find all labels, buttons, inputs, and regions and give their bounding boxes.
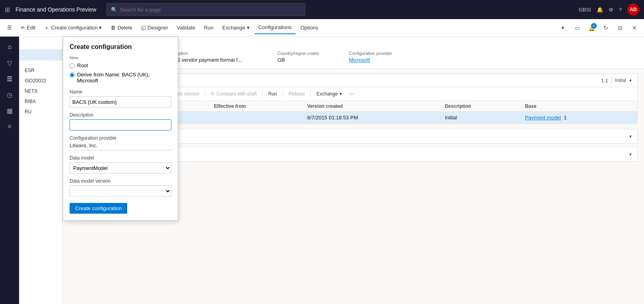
iso-chevron-icon: ▾	[629, 134, 632, 139]
sidebar-toggle-btn[interactable]: ▭	[571, 21, 584, 34]
base-link[interactable]: Payment model	[525, 115, 561, 121]
main-layout: ⌂ ▽ ☰ ◷ ▦ ≡ ESR ISO20022 NETS RIBA RU Cr…	[0, 37, 644, 304]
hamburger-button[interactable]: ☰	[3, 21, 16, 34]
description-group: Description	[70, 112, 171, 131]
run-button[interactable]: Run	[200, 21, 217, 34]
versions-status: Initial	[615, 78, 626, 83]
delete-button[interactable]: 🗑 Delete	[107, 21, 136, 34]
search-bar[interactable]: 🔍	[107, 3, 305, 16]
radio-group: Root Derive from Name: BACS (UK), Micros…	[70, 62, 171, 84]
rebase-button[interactable]: Rebase	[285, 90, 308, 98]
edit-button[interactable]: ✏ Edit	[17, 21, 39, 34]
designer-button[interactable]: ◱ Designer	[137, 21, 172, 34]
meta-description: Description BACS vendor payment format f…	[166, 51, 277, 63]
versions-more-button[interactable]: ···	[347, 90, 357, 97]
search-input[interactable]	[120, 7, 301, 13]
left-sidebar: ESR ISO20022 NETS RIBA RU Create configu…	[19, 37, 63, 304]
data-model-version-label: Data model version	[70, 178, 171, 184]
exchange-chevron-icon: ▾	[247, 25, 250, 31]
sidebar-item-1[interactable]	[19, 40, 62, 45]
radio-root-label: Root	[77, 62, 88, 68]
sidebar-item-2[interactable]	[19, 45, 62, 49]
new-label: New	[70, 55, 171, 60]
sidebar-item-iso20022[interactable]: ISO20022	[19, 76, 62, 86]
sidebar-item-ru[interactable]: RU	[19, 107, 62, 117]
user-avatar[interactable]: AD	[627, 4, 639, 16]
data-model-version-select[interactable]	[70, 185, 171, 197]
org-label: GBSI	[579, 7, 591, 13]
options-button[interactable]: Options	[297, 21, 322, 34]
compare-draft-button[interactable]: ↻ Compare with draft	[208, 90, 260, 98]
settings-icon[interactable]: ⚙	[609, 7, 613, 13]
radio-derive-label: Derive from Name: BACS (UK), Microsoft	[77, 72, 171, 84]
bell-icon[interactable]: 🔔	[597, 7, 603, 13]
cell-version-created: 8/7/2015 01:18:53 PM	[303, 112, 441, 124]
versions-exchange-chevron: ▾	[339, 91, 342, 97]
name-field-label: Name	[70, 89, 171, 95]
radio-derive[interactable]: Derive from Name: BACS (UK), Microsoft	[70, 72, 171, 84]
nav-home[interactable]: ⌂	[2, 40, 17, 54]
radio-root[interactable]: Root	[70, 62, 171, 68]
versions-badge: 1.1 Initial ▾	[601, 78, 632, 84]
meta-country: Country/region codes GB	[277, 51, 349, 63]
create-config-submit-button[interactable]: Create configuration	[70, 203, 127, 214]
radio-root-input[interactable]	[70, 63, 75, 68]
create-config-button[interactable]: ＋ Create configuration ▾	[40, 21, 106, 34]
name-input[interactable]	[70, 96, 171, 107]
th-description: Description	[441, 101, 521, 112]
nav-clock[interactable]: ◷	[2, 88, 17, 102]
provider-value: Litware, Inc.	[70, 142, 171, 150]
nav-list[interactable]: ☰	[2, 72, 17, 86]
th-effective-from: Effective from	[210, 101, 303, 112]
provider-group: Configuration provider Litware, Inc.	[70, 135, 171, 150]
nav-dashboard[interactable]: ▦	[2, 103, 17, 118]
search-icon: 🔍	[111, 7, 117, 13]
grid-icon[interactable]: ⊞	[5, 6, 10, 14]
nav-menu[interactable]: ≡	[2, 119, 17, 134]
versions-run-button[interactable]: Run	[265, 90, 280, 98]
description-field-label: Description	[70, 112, 171, 118]
nav-filter[interactable]: ▽	[2, 56, 17, 70]
cell-effective-from	[210, 112, 303, 124]
configurations-button[interactable]: Configurations	[254, 21, 296, 34]
sidebar-item-esr[interactable]: ESR	[19, 65, 62, 76]
meta-country-value: GB	[277, 57, 341, 63]
th-version-created: Version created	[303, 101, 441, 112]
meta-desc-label: Description	[166, 51, 270, 56]
radio-derive-input[interactable]	[70, 72, 75, 78]
hamburger-icon: ☰	[7, 25, 12, 31]
meta-country-label: Country/region codes	[277, 51, 341, 56]
cell-base: Payment model 1	[521, 112, 637, 124]
edit-icon: ✏	[21, 25, 25, 31]
validate-button[interactable]: Validate	[173, 21, 199, 34]
versions-collapse-icon[interactable]: ▾	[629, 78, 632, 83]
topbar: ⊞ Finance and Operations Preview 🔍 GBSI …	[0, 0, 644, 19]
meta-provider-value[interactable]: Microsoft	[349, 57, 628, 63]
dropdown-title: Create configuration	[70, 43, 171, 51]
far-left-nav: ⌂ ▽ ☰ ◷ ▦ ≡	[0, 37, 19, 304]
exchange-button[interactable]: Exchange ▾	[218, 21, 254, 34]
notifications-btn[interactable]: 🔔0	[585, 21, 598, 34]
versions-exchange-button[interactable]: Exchange ▾	[313, 90, 345, 98]
refresh-btn[interactable]: ↻	[599, 21, 612, 34]
sidebar-item-nets[interactable]: NETS	[19, 86, 62, 96]
notification-badge: 🔔0	[588, 25, 595, 31]
commandbar: ☰ ✏ Edit ＋ Create configuration ▾ 🗑 Dele…	[0, 19, 644, 37]
sidebar-item-riba[interactable]: RIBA	[19, 96, 62, 107]
minimize-btn[interactable]: ⊟	[614, 21, 627, 34]
help-icon[interactable]: ?	[619, 7, 622, 13]
components-chevron-icon: ▾	[629, 152, 632, 157]
data-model-select[interactable]: PaymentModel	[70, 162, 171, 173]
description-input[interactable]	[70, 119, 171, 131]
commandbar-right: ✦ ▭ 🔔0 ↻ ⊟ ✕	[557, 21, 641, 34]
close-btn[interactable]: ✕	[628, 21, 641, 34]
sidebar-item-3[interactable]	[19, 60, 62, 65]
compare-icon: ↻	[211, 91, 215, 97]
sidebar-item-active[interactable]	[19, 49, 62, 60]
create-config-panel: Create configuration New Root Derive fro…	[63, 37, 178, 220]
th-base: Base	[521, 101, 637, 112]
diamond-icon-btn[interactable]: ✦	[557, 21, 569, 34]
topbar-right: GBSI 🔔 ⚙ ? AD	[579, 4, 639, 16]
trash-icon: 🗑	[111, 25, 116, 31]
provider-field-label: Configuration provider	[70, 135, 171, 141]
